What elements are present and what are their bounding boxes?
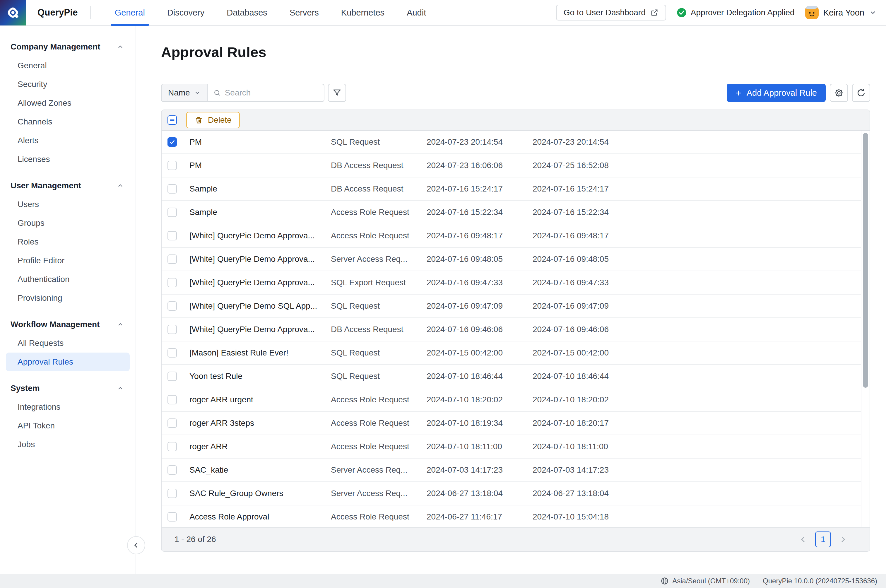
next-page-button[interactable] [838,535,847,544]
nav-item-servers[interactable]: Servers [279,0,330,25]
refresh-button[interactable] [852,84,870,102]
nav-item-kubernetes[interactable]: Kubernetes [330,0,396,25]
row-checkbox[interactable] [168,278,177,287]
table-row[interactable]: PMSQL Request2024-07-23 20:14:542024-07-… [162,130,870,154]
row-checkbox[interactable] [168,348,177,357]
row-checkbox[interactable] [168,137,177,147]
sidebar-item-general[interactable]: General [0,56,136,75]
sidebar-item-profile-editor[interactable]: Profile Editor [0,251,136,270]
row-checkbox[interactable] [168,442,177,451]
table-row[interactable]: roger ARR 3stepsAccess Role Request2024-… [162,412,870,435]
filter-button[interactable] [328,84,346,102]
settings-button[interactable] [830,84,848,102]
nav-item-general[interactable]: General [103,0,156,25]
cell-name: [White] QueryPie Demo Approva... [189,231,331,240]
cell-type: Server Access Req... [331,489,427,498]
sidebar-item-allowed-zones[interactable]: Allowed Zones [0,94,136,112]
previous-page-button[interactable] [799,535,808,544]
row-checkbox[interactable] [168,302,177,311]
search-field-select[interactable]: Name [162,84,208,101]
chevron-up-icon [117,182,124,189]
sidebar-item-jobs[interactable]: Jobs [0,435,136,454]
sidebar-item-groups[interactable]: Groups [0,214,136,232]
table-row[interactable]: [White] QueryPie Demo SQL App...SQL Requ… [162,295,870,318]
nav-item-audit[interactable]: Audit [396,0,437,25]
timezone: Asia/Seoul (GMT+09:00) [661,577,750,585]
sidebar-item-all-requests[interactable]: All Requests [0,334,136,352]
table-row[interactable]: PMDB Access Request2024-07-23 16:06:0620… [162,154,870,177]
row-checkbox[interactable] [168,231,177,240]
table-scrollbar[interactable] [861,130,870,527]
table-row[interactable]: SampleAccess Role Request2024-07-16 15:2… [162,201,870,224]
add-approval-rule-button[interactable]: + Add Approval Rule [727,84,826,102]
table-row[interactable]: SAC_katieServer Access Req...2024-07-03 … [162,459,870,482]
sidebar-item-provisioning[interactable]: Provisioning [0,289,136,308]
delete-button[interactable]: Delete [186,112,240,128]
sidebar-item-alerts[interactable]: Alerts [0,131,136,150]
table-row[interactable]: [White] QueryPie Demo Approva...Server A… [162,248,870,271]
search-input[interactable] [225,88,318,98]
row-checkbox[interactable] [168,208,177,217]
sidebar-item-users[interactable]: Users [0,195,136,214]
sidebar-item-security[interactable]: Security [0,75,136,94]
sidebar-item-approval-rules[interactable]: Approval Rules [6,352,130,371]
querypie-logo[interactable] [0,0,26,26]
go-to-user-dashboard-button[interactable]: Go to User Dashboard [556,4,666,21]
sidebar-item-channels[interactable]: Channels [0,112,136,131]
table-row[interactable]: [White] QueryPie Demo Approva...SQL Expo… [162,271,870,295]
cell-created: 2024-07-16 09:47:09 [427,302,532,311]
table-row[interactable]: roger ARR urgentAccess Role Request2024-… [162,388,870,412]
cell-type: Access Role Request [331,208,427,217]
table-row[interactable]: [White] QueryPie Demo Approva...DB Acces… [162,318,870,342]
sidebar-section-workflow-management[interactable]: Workflow Management [0,315,136,334]
querypie-logo-icon [4,4,22,21]
primary-nav: GeneralDiscoveryDatabasesServersKubernet… [103,0,438,25]
external-link-icon [650,9,658,17]
table-row[interactable]: SampleDB Access Request2024-07-16 15:24:… [162,177,870,201]
row-checkbox[interactable] [168,512,177,522]
status-bar: Asia/Seoul (GMT+09:00) QueryPie 10.0.0 (… [0,574,886,588]
table-row[interactable]: SAC Rule_Group OwnersServer Access Req..… [162,482,870,506]
row-checkbox[interactable] [168,465,177,475]
sidebar-item-authentication[interactable]: Authentication [0,270,136,289]
sidebar-items: GeneralSecurityAllowed ZonesChannelsAler… [0,56,136,169]
nav-item-discovery[interactable]: Discovery [156,0,216,25]
row-checkbox[interactable] [168,418,177,428]
cell-created: 2024-07-23 20:14:54 [427,137,532,147]
scrollbar-thumb[interactable] [863,133,868,388]
page-number-button[interactable]: 1 [815,531,831,547]
table-footer: 1 - 26 of 26 1 [162,527,870,551]
row-checkbox[interactable] [168,489,177,498]
sidebar-item-licenses[interactable]: Licenses [0,150,136,169]
main-content: Approval Rules Name [136,26,886,574]
cell-name: Access Role Approval [189,512,331,522]
search-field-value: Name [168,88,190,98]
cell-name: Yoon test Rule [189,372,331,381]
sidebar-section-system[interactable]: System [0,379,136,398]
table-row[interactable]: [Mason] Easiest Rule Ever!SQL Request202… [162,342,870,365]
sidebar-section-company-management[interactable]: Company Management [0,38,136,56]
user-menu[interactable]: Keira Yoon [805,6,877,20]
row-checkbox[interactable] [168,255,177,264]
sidebar-item-integrations[interactable]: Integrations [0,398,136,416]
select-all-checkbox[interactable] [168,116,177,125]
sidebar-collapse-button[interactable] [127,536,145,554]
table-row[interactable]: Yoon test RuleSQL Request2024-07-10 18:4… [162,365,870,388]
cell-updated: 2024-07-10 18:20:17 [532,418,870,428]
search-group: Name [161,84,324,102]
sidebar-item-roles[interactable]: Roles [0,232,136,251]
row-checkbox[interactable] [168,372,177,381]
sidebar-section-user-management[interactable]: User Management [0,176,136,195]
sidebar-item-api-token[interactable]: API Token [0,416,136,435]
cell-updated: 2024-07-03 14:17:23 [532,465,870,475]
nav-item-databases[interactable]: Databases [216,0,279,25]
table-row[interactable]: roger ARRAccess Role Request2024-07-10 1… [162,435,870,459]
cell-created: 2024-07-16 09:47:33 [427,278,532,287]
row-checkbox[interactable] [168,184,177,194]
row-checkbox[interactable] [168,325,177,334]
chevron-up-icon [117,321,124,328]
table-row[interactable]: [White] QueryPie Demo Approva...Access R… [162,224,870,248]
row-checkbox[interactable] [168,395,177,404]
row-checkbox[interactable] [168,161,177,170]
table-row[interactable]: Access Role ApprovalAccess Role Request2… [162,506,870,527]
